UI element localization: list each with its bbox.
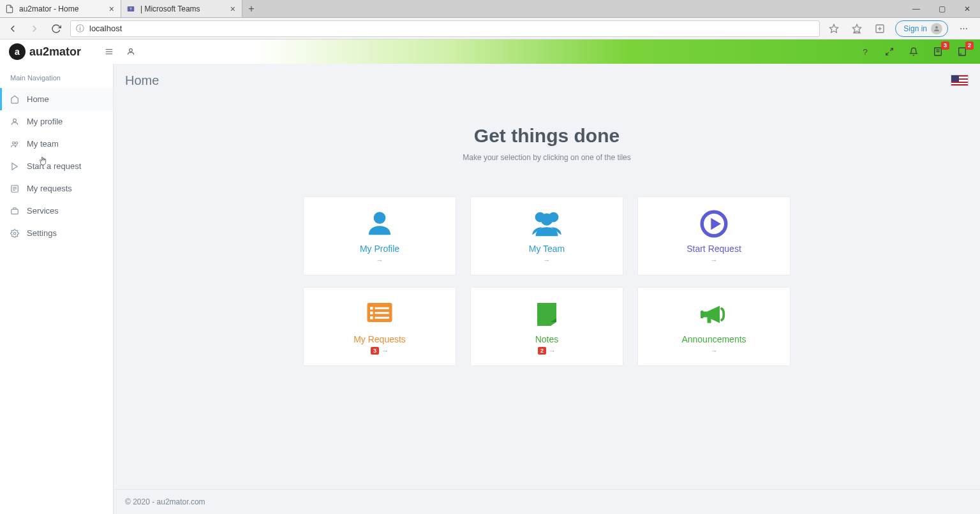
teams-icon: T xyxy=(126,4,135,13)
tile-sub: 3 → xyxy=(371,347,389,355)
sidebar-item-label: My team xyxy=(27,139,59,149)
fullscreen-icon[interactable] xyxy=(884,47,895,57)
requests-icon[interactable]: 3 xyxy=(933,47,943,57)
signin-avatar-icon xyxy=(931,23,942,34)
close-window-button[interactable]: ✕ xyxy=(954,0,980,17)
language-flag[interactable] xyxy=(951,75,969,86)
tile-announcements[interactable]: Announcements → xyxy=(637,287,791,366)
back-button[interactable] xyxy=(5,21,20,36)
favorites-bar-icon[interactable] xyxy=(849,21,865,36)
tile-my-profile[interactable]: My Profile → xyxy=(303,196,456,275)
new-tab-button[interactable]: + xyxy=(242,0,260,17)
sidebar-item-my-team[interactable]: My team xyxy=(0,133,113,155)
notes-badge: 2 xyxy=(965,41,974,50)
tile-arrow: → xyxy=(376,256,383,264)
tile-count-badge: 2 xyxy=(538,347,546,355)
tile-title: Start Request xyxy=(687,244,741,254)
tile-title: Announcements xyxy=(681,334,746,344)
svg-rect-43 xyxy=(708,318,711,323)
sidebar-item-my-requests[interactable]: My requests xyxy=(0,177,113,200)
logo-text: au2mator xyxy=(29,45,81,59)
page-icon xyxy=(5,4,14,13)
browser-tab-0-title: au2mator - Home xyxy=(19,4,78,13)
svg-point-8 xyxy=(935,26,938,29)
address-bar[interactable]: ⓘ localhost xyxy=(70,20,820,37)
signin-label: Sign in xyxy=(903,24,927,33)
site-info-icon[interactable]: ⓘ xyxy=(76,23,84,34)
sidebar-item-label: My profile xyxy=(27,117,63,126)
svg-rect-40 xyxy=(370,316,373,319)
menu-toggle-icon[interactable] xyxy=(104,47,114,57)
tile-start-request[interactable]: Start Request → xyxy=(637,196,791,275)
browser-tab-1[interactable]: T | Microsoft Teams × xyxy=(121,0,242,17)
app-body: Main Navigation Home My profile My team … xyxy=(0,64,980,514)
sidebar-item-settings[interactable]: Settings xyxy=(0,222,113,244)
svg-point-20 xyxy=(13,142,15,144)
app-logo[interactable]: a au2mator xyxy=(9,43,81,60)
tile-arrow: → xyxy=(544,256,551,264)
svg-marker-34 xyxy=(711,218,721,230)
play-icon xyxy=(10,162,19,171)
tile-notes[interactable]: Notes 2 → xyxy=(470,287,623,366)
browser-tab-1-title: | Microsoft Teams xyxy=(140,4,200,13)
megaphone-icon xyxy=(695,298,733,330)
tile-title: My Team xyxy=(529,244,565,254)
help-icon[interactable]: ? xyxy=(860,47,870,57)
bell-icon[interactable] xyxy=(909,47,919,57)
svg-rect-37 xyxy=(375,307,390,309)
svg-line-14 xyxy=(886,52,889,55)
close-tab-icon[interactable]: × xyxy=(109,4,114,14)
refresh-button[interactable] xyxy=(48,21,64,36)
forward-button[interactable] xyxy=(27,21,42,36)
note-icon xyxy=(531,298,562,330)
tile-my-requests[interactable]: My Requests 3 → xyxy=(303,287,456,366)
signin-button[interactable]: Sign in xyxy=(895,20,948,37)
favorite-icon[interactable] xyxy=(826,21,842,36)
sidebar-item-start-request[interactable]: Start a request xyxy=(0,155,113,177)
sidebar-heading: Main Navigation xyxy=(0,71,113,88)
svg-point-28 xyxy=(13,232,16,235)
tile-arrow: → xyxy=(549,347,556,355)
team-icon xyxy=(529,208,565,240)
home-icon xyxy=(10,95,19,104)
tiles-grid: My Profile → My Team → Start Request xyxy=(114,196,980,366)
close-tab-icon[interactable]: × xyxy=(230,4,235,14)
sidebar-item-label: Start a request xyxy=(27,161,81,171)
svg-text:T: T xyxy=(130,7,132,11)
tile-sub: 2 → xyxy=(538,347,556,355)
tile-arrow: → xyxy=(382,347,389,355)
tile-my-team[interactable]: My Team → xyxy=(470,196,623,275)
profile-icon xyxy=(364,208,396,240)
requests-badge: 3 xyxy=(941,41,949,50)
app-header: a au2mator ? 3 2 xyxy=(0,40,980,64)
tile-arrow: → xyxy=(711,347,718,355)
user-icon[interactable] xyxy=(126,47,136,57)
logo-badge-icon: a xyxy=(9,43,26,60)
maximize-button[interactable]: ▢ xyxy=(929,0,954,17)
more-icon[interactable]: ⋯ xyxy=(956,21,971,36)
svg-point-12 xyxy=(130,48,133,52)
notes-icon[interactable]: 2 xyxy=(957,47,967,57)
main: Home Get things done Make your selection… xyxy=(114,64,980,514)
collections-icon[interactable] xyxy=(872,21,887,36)
content: Get things done Make your selection by c… xyxy=(114,97,980,489)
tile-title: My Requests xyxy=(353,334,406,344)
tile-arrow: → xyxy=(711,256,718,264)
sidebar-item-home[interactable]: Home xyxy=(0,88,113,110)
svg-rect-36 xyxy=(370,307,373,310)
minimize-button[interactable]: — xyxy=(903,0,929,17)
svg-line-13 xyxy=(890,48,893,51)
svg-marker-3 xyxy=(853,24,861,33)
svg-rect-42 xyxy=(701,311,704,318)
address-row: ⓘ localhost Sign in ⋯ xyxy=(0,18,980,40)
browser-tabs: au2mator - Home × T | Microsoft Teams × … xyxy=(0,0,980,18)
sidebar-item-services[interactable]: Services xyxy=(0,200,113,222)
services-icon xyxy=(10,207,19,216)
team-icon xyxy=(10,140,19,149)
browser-tab-0[interactable]: au2mator - Home × xyxy=(0,0,121,17)
svg-rect-27 xyxy=(11,209,19,214)
hero-subtitle: Make your selection by clicking on one o… xyxy=(114,153,980,162)
url-text: localhost xyxy=(89,24,122,33)
gear-icon xyxy=(10,229,19,238)
sidebar-item-my-profile[interactable]: My profile xyxy=(0,110,113,133)
